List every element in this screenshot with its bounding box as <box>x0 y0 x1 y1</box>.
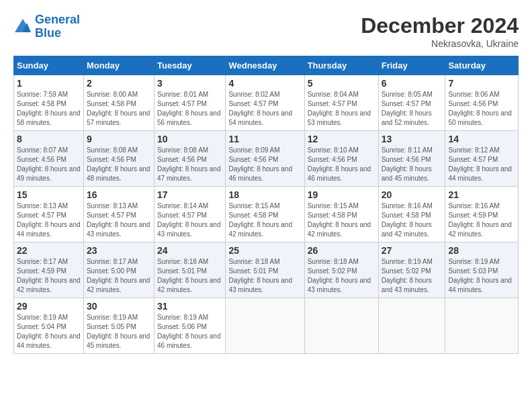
calendar-cell: 7 Sunrise: 8:06 AM Sunset: 4:56 PM Dayli… <box>445 75 519 131</box>
day-number: 9 <box>87 134 151 144</box>
day-info: Sunrise: 8:13 AM Sunset: 4:57 PM Dayligh… <box>17 201 81 239</box>
calendar-cell: 6 Sunrise: 8:05 AM Sunset: 4:57 PM Dayli… <box>378 75 445 131</box>
day-number: 21 <box>448 189 515 200</box>
calendar-cell: 3 Sunrise: 8:01 AM Sunset: 4:57 PM Dayli… <box>154 75 225 131</box>
day-info: Sunrise: 8:18 AM Sunset: 5:01 PM Dayligh… <box>228 257 301 295</box>
day-info: Sunrise: 8:19 AM Sunset: 5:03 PM Dayligh… <box>448 257 515 295</box>
day-number: 27 <box>382 245 443 256</box>
calendar-header-row: Sunday Monday Tuesday Wednesday Thursday… <box>14 56 519 75</box>
day-info: Sunrise: 8:01 AM Sunset: 4:57 PM Dayligh… <box>157 90 222 128</box>
logo-line1: General <box>35 13 80 26</box>
day-info: Sunrise: 8:19 AM Sunset: 5:04 PM Dayligh… <box>17 313 81 351</box>
day-info: Sunrise: 8:06 AM Sunset: 4:56 PM Dayligh… <box>448 90 515 128</box>
day-info: Sunrise: 8:08 AM Sunset: 4:56 PM Dayligh… <box>87 146 151 183</box>
calendar-cell: 23 Sunrise: 8:17 AM Sunset: 5:00 PM Dayl… <box>83 242 154 298</box>
month-title: December 2024 <box>361 13 519 38</box>
calendar-cell: 4 Sunrise: 8:02 AM Sunset: 4:57 PM Dayli… <box>226 75 304 131</box>
day-number: 10 <box>157 134 222 144</box>
day-number: 1 <box>17 78 81 89</box>
day-number: 7 <box>448 78 515 89</box>
col-sunday: Sunday <box>14 56 84 75</box>
calendar-cell: 10 Sunrise: 8:08 AM Sunset: 4:56 PM Dayl… <box>154 131 225 187</box>
calendar-cell: 13 Sunrise: 8:11 AM Sunset: 4:56 PM Dayl… <box>378 131 445 187</box>
day-number: 5 <box>308 78 375 89</box>
day-info: Sunrise: 8:18 AM Sunset: 5:02 PM Dayligh… <box>308 257 375 295</box>
day-number: 28 <box>448 245 515 256</box>
day-info: Sunrise: 8:12 AM Sunset: 4:57 PM Dayligh… <box>448 146 515 183</box>
day-number: 3 <box>157 78 222 89</box>
calendar-cell: 17 Sunrise: 8:14 AM Sunset: 4:57 PM Dayl… <box>154 187 225 242</box>
calendar-cell: 19 Sunrise: 8:15 AM Sunset: 4:58 PM Dayl… <box>304 187 378 242</box>
calendar-cell <box>304 298 378 354</box>
day-info: Sunrise: 8:15 AM Sunset: 4:58 PM Dayligh… <box>228 201 301 239</box>
day-number: 20 <box>382 189 443 200</box>
calendar-row: 8 Sunrise: 8:07 AM Sunset: 4:56 PM Dayli… <box>14 131 519 187</box>
calendar-cell: 12 Sunrise: 8:10 AM Sunset: 4:56 PM Dayl… <box>304 131 378 187</box>
calendar-cell: 24 Sunrise: 8:18 AM Sunset: 5:01 PM Dayl… <box>154 242 225 298</box>
calendar-cell: 29 Sunrise: 8:19 AM Sunset: 5:04 PM Dayl… <box>14 298 84 354</box>
day-number: 17 <box>157 189 222 200</box>
calendar-cell: 21 Sunrise: 8:16 AM Sunset: 4:59 PM Dayl… <box>445 187 519 242</box>
calendar-cell: 31 Sunrise: 8:19 AM Sunset: 5:06 PM Dayl… <box>154 298 225 354</box>
calendar-cell: 30 Sunrise: 8:19 AM Sunset: 5:05 PM Dayl… <box>83 298 154 354</box>
day-number: 4 <box>228 78 301 89</box>
calendar-cell: 9 Sunrise: 8:08 AM Sunset: 4:56 PM Dayli… <box>83 131 154 187</box>
day-info: Sunrise: 8:09 AM Sunset: 4:56 PM Dayligh… <box>228 146 301 183</box>
day-info: Sunrise: 8:17 AM Sunset: 5:00 PM Dayligh… <box>87 257 151 295</box>
calendar-cell: 16 Sunrise: 8:13 AM Sunset: 4:57 PM Dayl… <box>83 187 154 242</box>
col-thursday: Thursday <box>304 56 378 75</box>
day-info: Sunrise: 8:16 AM Sunset: 4:59 PM Dayligh… <box>448 201 515 239</box>
day-number: 30 <box>87 301 151 312</box>
day-info: Sunrise: 8:07 AM Sunset: 4:56 PM Dayligh… <box>17 146 81 183</box>
calendar-cell: 8 Sunrise: 8:07 AM Sunset: 4:56 PM Dayli… <box>14 131 84 187</box>
col-tuesday: Tuesday <box>154 56 225 75</box>
calendar-cell: 11 Sunrise: 8:09 AM Sunset: 4:56 PM Dayl… <box>226 131 304 187</box>
day-info: Sunrise: 8:00 AM Sunset: 4:58 PM Dayligh… <box>87 90 151 128</box>
day-number: 26 <box>308 245 375 256</box>
calendar-cell: 22 Sunrise: 8:17 AM Sunset: 4:59 PM Dayl… <box>14 242 84 298</box>
day-info: Sunrise: 8:19 AM Sunset: 5:02 PM Dayligh… <box>382 257 443 295</box>
calendar-cell <box>226 298 304 354</box>
day-info: Sunrise: 8:19 AM Sunset: 5:05 PM Dayligh… <box>87 313 151 351</box>
day-info: Sunrise: 8:14 AM Sunset: 4:57 PM Dayligh… <box>157 201 222 239</box>
calendar-table: Sunday Monday Tuesday Wednesday Thursday… <box>13 56 519 354</box>
calendar-row: 22 Sunrise: 8:17 AM Sunset: 4:59 PM Dayl… <box>14 242 519 298</box>
day-number: 18 <box>228 189 301 200</box>
day-number: 15 <box>17 189 81 200</box>
col-friday: Friday <box>378 56 445 75</box>
day-number: 29 <box>17 301 81 312</box>
day-info: Sunrise: 8:17 AM Sunset: 4:59 PM Dayligh… <box>17 257 81 295</box>
calendar-cell: 28 Sunrise: 8:19 AM Sunset: 5:03 PM Dayl… <box>445 242 519 298</box>
calendar-cell: 5 Sunrise: 8:04 AM Sunset: 4:57 PM Dayli… <box>304 75 378 131</box>
day-info: Sunrise: 8:19 AM Sunset: 5:06 PM Dayligh… <box>157 313 222 351</box>
day-number: 13 <box>382 134 443 144</box>
day-number: 8 <box>17 134 81 144</box>
day-info: Sunrise: 8:08 AM Sunset: 4:56 PM Dayligh… <box>157 146 222 183</box>
calendar-cell: 14 Sunrise: 8:12 AM Sunset: 4:57 PM Dayl… <box>445 131 519 187</box>
day-number: 2 <box>87 78 151 89</box>
calendar-row: 29 Sunrise: 8:19 AM Sunset: 5:04 PM Dayl… <box>14 298 519 354</box>
day-number: 11 <box>228 134 301 144</box>
day-number: 25 <box>228 245 301 256</box>
logo: General Blue <box>13 13 80 40</box>
day-number: 6 <box>382 78 443 89</box>
logo-line2: Blue <box>35 26 61 40</box>
day-info: Sunrise: 8:15 AM Sunset: 4:58 PM Dayligh… <box>308 201 375 239</box>
col-monday: Monday <box>83 56 154 75</box>
calendar-cell: 20 Sunrise: 8:16 AM Sunset: 4:58 PM Dayl… <box>378 187 445 242</box>
calendar-row: 1 Sunrise: 7:59 AM Sunset: 4:58 PM Dayli… <box>14 75 519 131</box>
calendar-cell: 26 Sunrise: 8:18 AM Sunset: 5:02 PM Dayl… <box>304 242 378 298</box>
calendar-cell <box>378 298 445 354</box>
day-number: 31 <box>157 301 222 312</box>
logo-icon <box>13 17 32 36</box>
calendar-cell: 15 Sunrise: 8:13 AM Sunset: 4:57 PM Dayl… <box>14 187 84 242</box>
day-number: 12 <box>308 134 375 144</box>
calendar-row: 15 Sunrise: 8:13 AM Sunset: 4:57 PM Dayl… <box>14 187 519 242</box>
day-number: 23 <box>87 245 151 256</box>
day-number: 19 <box>308 189 375 200</box>
day-info: Sunrise: 8:04 AM Sunset: 4:57 PM Dayligh… <box>308 90 375 128</box>
col-wednesday: Wednesday <box>226 56 304 75</box>
title-area: December 2024 Nekrasovka, Ukraine <box>361 13 519 49</box>
calendar-cell: 1 Sunrise: 7:59 AM Sunset: 4:58 PM Dayli… <box>14 75 84 131</box>
calendar-cell: 27 Sunrise: 8:19 AM Sunset: 5:02 PM Dayl… <box>378 242 445 298</box>
